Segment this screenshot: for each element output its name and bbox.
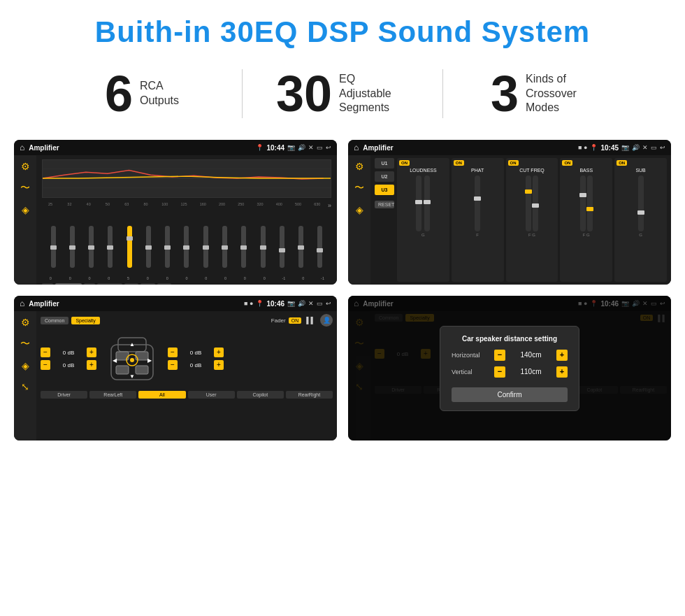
crossover-u3-btn[interactable]: U3 bbox=[375, 185, 394, 195]
eq-play-btn[interactable]: ▶ bbox=[84, 283, 95, 285]
fader-back-icon[interactable]: ↩ bbox=[326, 300, 331, 307]
eq-slider-9[interactable] bbox=[216, 226, 233, 275]
eq-sidebar-speaker-icon[interactable]: ◈ bbox=[22, 204, 29, 215]
crossover-close-icon[interactable]: ✕ bbox=[642, 144, 648, 151]
eq-sidebar-tune-icon[interactable]: ⚙ bbox=[21, 161, 30, 172]
eq-status-icons: 📍 10:44 📷 🔊 ✕ ▭ ↩ bbox=[256, 144, 331, 152]
modal-vertical-minus[interactable]: − bbox=[494, 366, 505, 378]
fader-copilot-btn[interactable]: Copilot bbox=[237, 391, 284, 399]
crossover-u2-btn[interactable]: U2 bbox=[375, 171, 394, 182]
phat-on-badge[interactable]: ON bbox=[454, 160, 464, 166]
bass-on-badge[interactable]: ON bbox=[562, 160, 572, 166]
crossover-phat-module: ON PHAT F bbox=[452, 158, 504, 282]
eq-home-icon[interactable]: ⌂ bbox=[20, 143, 24, 152]
crossover-sidebar-tune-icon[interactable]: ⚙ bbox=[355, 161, 364, 172]
eq-slider-0[interactable] bbox=[45, 226, 62, 275]
eq-slider-11[interactable] bbox=[254, 226, 271, 275]
eq-slider-2[interactable] bbox=[83, 226, 100, 275]
cutfreq-on-badge[interactable]: ON bbox=[508, 160, 519, 166]
eq-u1-btn[interactable]: U1 bbox=[124, 283, 138, 285]
eq-minimize-icon[interactable]: ▭ bbox=[317, 144, 323, 151]
eq-freq-400: 400 bbox=[271, 202, 287, 209]
fader-specialty-btn[interactable]: Specialty bbox=[71, 317, 99, 324]
eq-screen-title: Amplifier bbox=[29, 144, 252, 152]
stat-rca: 6 RCAOutputs bbox=[42, 69, 242, 119]
eq-scroll-arrows[interactable]: » bbox=[328, 202, 331, 209]
eq-reset-btn[interactable]: RESET bbox=[97, 283, 123, 285]
eq-slider-12[interactable] bbox=[273, 226, 290, 275]
eq-slider-1[interactable] bbox=[64, 226, 80, 275]
eq-u3-btn[interactable]: U3 bbox=[157, 283, 171, 285]
eq-sidebar-wave-icon[interactable]: 〜 bbox=[20, 182, 30, 194]
vol-plus-4[interactable]: + bbox=[214, 360, 224, 370]
fader-user-pos-btn[interactable]: User bbox=[188, 391, 235, 399]
crossover-home-icon[interactable]: ⌂ bbox=[354, 143, 359, 152]
crossover-reset-btn[interactable]: RESET bbox=[375, 201, 394, 208]
vol-plus-2[interactable]: + bbox=[87, 360, 96, 370]
eq-slider-5[interactable] bbox=[140, 226, 157, 275]
crossover-screen-card: ⌂ Amplifier ■ ● 📍 10:45 📷 🔊 ✕ ▭ ↩ ⚙ 〜 ◈ bbox=[348, 140, 671, 285]
vol-minus-1[interactable]: − bbox=[41, 348, 50, 357]
fader-sidebar: ⚙ 〜 ◈ ⤡ bbox=[14, 311, 36, 440]
crossover-minimize-icon[interactable]: ▭ bbox=[651, 144, 657, 151]
fader-close-icon[interactable]: ✕ bbox=[308, 300, 314, 307]
eq-slider-6[interactable] bbox=[159, 226, 176, 275]
eq-freq-160: 160 bbox=[194, 202, 211, 209]
eq-custom-btn[interactable]: Custom bbox=[55, 283, 82, 285]
fader-common-btn[interactable]: Common bbox=[41, 317, 68, 324]
crossover-u1-btn[interactable]: U1 bbox=[375, 158, 394, 169]
fader-sidebar-tune-icon[interactable]: ⚙ bbox=[21, 317, 30, 328]
eq-slider-3[interactable] bbox=[102, 226, 119, 275]
modal-vertical-row: Vertical − 110cm + bbox=[452, 366, 568, 378]
eq-slider-13[interactable] bbox=[292, 226, 309, 275]
eq-sliders[interactable] bbox=[42, 212, 331, 275]
fader-sidebar-speaker-icon[interactable]: ◈ bbox=[22, 360, 29, 371]
svg-point-11 bbox=[130, 358, 134, 362]
fader-minimize-icon[interactable]: ▭ bbox=[317, 300, 323, 307]
eq-slider-7[interactable] bbox=[178, 226, 195, 275]
fader-home-icon[interactable]: ⌂ bbox=[20, 299, 24, 308]
vol-minus-4[interactable]: − bbox=[168, 360, 178, 370]
vol-minus-2[interactable]: − bbox=[41, 360, 50, 370]
fader-rearleft-btn[interactable]: RearLeft bbox=[89, 391, 136, 399]
eq-u2-btn[interactable]: U2 bbox=[140, 283, 154, 285]
eq-slider-4[interactable] bbox=[121, 226, 138, 275]
eq-freq-630: 630 bbox=[309, 202, 326, 209]
crossover-sidebar-speaker-icon[interactable]: ◈ bbox=[356, 204, 363, 215]
loudness-on-badge[interactable]: ON bbox=[399, 160, 410, 166]
eq-back-icon[interactable]: ↩ bbox=[326, 144, 331, 151]
eq-slider-10[interactable] bbox=[236, 226, 252, 275]
eq-camera-icon: 📷 bbox=[287, 144, 295, 151]
vol-plus-3[interactable]: + bbox=[214, 348, 224, 357]
fader-driver-btn[interactable]: Driver bbox=[41, 391, 87, 399]
fader-all-btn[interactable]: All bbox=[138, 391, 185, 399]
eq-freq-320: 320 bbox=[252, 202, 268, 209]
fader-sidebar-expand-icon[interactable]: ⤡ bbox=[21, 381, 29, 392]
sub-title: SUB bbox=[616, 168, 665, 173]
eq-bottom-vals: 000 050 000 000 -10-1 bbox=[42, 276, 331, 280]
fader-on-badge[interactable]: ON bbox=[289, 317, 302, 324]
fader-user-icon[interactable]: 👤 bbox=[320, 314, 333, 327]
vol-minus-3[interactable]: − bbox=[168, 348, 178, 357]
modal-horizontal-plus[interactable]: + bbox=[556, 350, 568, 361]
crossover-sidebar: ⚙ 〜 ◈ bbox=[348, 155, 370, 285]
eq-prev-btn[interactable]: ◀ bbox=[42, 283, 53, 285]
modal-confirm-button[interactable]: Confirm bbox=[452, 387, 568, 402]
crossover-modules: ON LOUDNESS G bbox=[397, 158, 667, 282]
svg-text:◀: ◀ bbox=[113, 357, 117, 364]
fader-rearright-btn[interactable]: RearRight bbox=[286, 391, 333, 399]
crossover-dot-icon: ■ ● bbox=[578, 144, 587, 151]
vol-plus-1[interactable]: + bbox=[87, 348, 96, 357]
eq-slider-8[interactable] bbox=[197, 226, 214, 275]
modal-vertical-plus[interactable]: + bbox=[556, 366, 568, 378]
distance-screen-card: ⌂ Amplifier ■ ● 📍 10:46 📷 🔊 ✕ ▭ ↩ ⚙ 〜 ◈ … bbox=[348, 296, 671, 440]
fader-screen-card: ⌂ Amplifier ■ ● 📍 10:46 📷 🔊 ✕ ▭ ↩ ⚙ 〜 ◈ … bbox=[14, 296, 337, 440]
eq-slider-14[interactable] bbox=[312, 226, 329, 275]
sub-on-badge[interactable]: ON bbox=[616, 160, 627, 166]
eq-close-icon[interactable]: ✕ bbox=[308, 144, 314, 151]
crossover-back-icon[interactable]: ↩ bbox=[660, 144, 665, 151]
crossover-sidebar-wave-icon[interactable]: 〜 bbox=[354, 182, 364, 194]
modal-horizontal-minus[interactable]: − bbox=[494, 350, 505, 361]
fader-sidebar-wave-icon[interactable]: 〜 bbox=[20, 338, 30, 350]
vol-row-4: − 0 dB + bbox=[168, 360, 224, 370]
